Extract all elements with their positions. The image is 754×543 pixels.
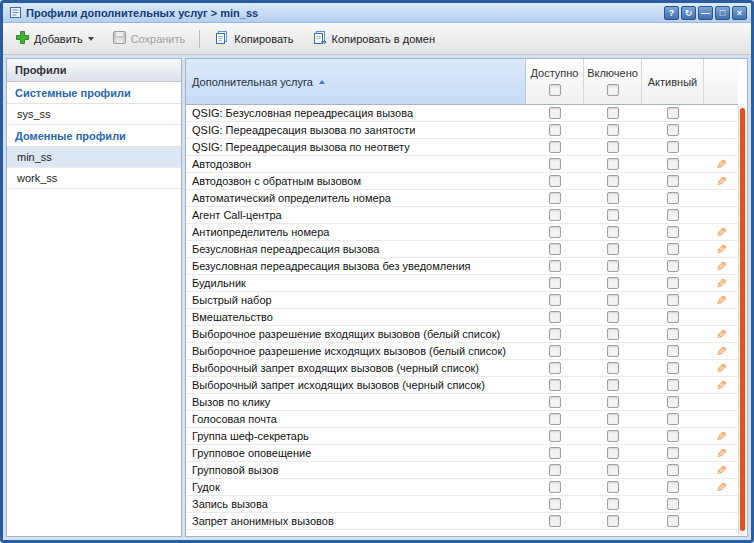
column-header-enabled[interactable]: Включено [584, 59, 642, 104]
enabled-checkbox[interactable] [607, 311, 619, 323]
scrollbar-thumb[interactable] [740, 108, 745, 531]
help-button[interactable]: ? [664, 6, 679, 20]
active-checkbox[interactable] [667, 141, 679, 153]
available-checkbox[interactable] [549, 107, 561, 119]
enabled-checkbox[interactable] [607, 396, 619, 408]
active-checkbox[interactable] [667, 515, 679, 527]
active-checkbox[interactable] [667, 226, 679, 238]
available-checkbox[interactable] [549, 277, 561, 289]
available-checkbox[interactable] [549, 481, 561, 493]
sidebar-item-sys_ss[interactable]: sys_ss [7, 104, 181, 125]
edit-icon[interactable]: ✎ [716, 226, 727, 239]
edit-icon[interactable]: ✎ [716, 243, 727, 256]
enabled-checkbox[interactable] [607, 107, 619, 119]
active-checkbox[interactable] [667, 328, 679, 340]
available-checkbox[interactable] [549, 379, 561, 391]
enabled-checkbox[interactable] [607, 260, 619, 272]
available-checkbox[interactable] [549, 175, 561, 187]
copy-button[interactable]: Копировать [208, 27, 299, 50]
active-checkbox[interactable] [667, 498, 679, 510]
available-checkbox[interactable] [549, 209, 561, 221]
available-checkbox[interactable] [549, 260, 561, 272]
edit-icon[interactable]: ✎ [716, 481, 727, 494]
column-header-active[interactable]: Активный [642, 59, 704, 104]
available-checkbox[interactable] [549, 430, 561, 442]
active-checkbox[interactable] [667, 107, 679, 119]
enabled-checkbox[interactable] [607, 345, 619, 357]
active-checkbox[interactable] [667, 294, 679, 306]
available-checkbox[interactable] [549, 124, 561, 136]
active-checkbox[interactable] [667, 124, 679, 136]
edit-icon[interactable]: ✎ [716, 175, 727, 188]
available-checkbox[interactable] [549, 498, 561, 510]
active-checkbox[interactable] [667, 243, 679, 255]
edit-icon[interactable]: ✎ [716, 464, 727, 477]
available-checkbox[interactable] [549, 192, 561, 204]
available-checkbox[interactable] [549, 141, 561, 153]
enabled-checkbox[interactable] [607, 328, 619, 340]
active-checkbox[interactable] [667, 277, 679, 289]
active-checkbox[interactable] [667, 311, 679, 323]
active-checkbox[interactable] [667, 345, 679, 357]
enabled-checkbox[interactable] [607, 481, 619, 493]
close-button[interactable]: × [732, 6, 747, 20]
available-checkbox[interactable] [549, 413, 561, 425]
enabled-checkbox[interactable] [607, 192, 619, 204]
available-header-checkbox[interactable] [549, 84, 561, 96]
refresh-button[interactable]: ↻ [681, 6, 696, 20]
available-checkbox[interactable] [549, 396, 561, 408]
enabled-checkbox[interactable] [607, 498, 619, 510]
enabled-checkbox[interactable] [607, 515, 619, 527]
edit-icon[interactable]: ✎ [716, 447, 727, 460]
enabled-checkbox[interactable] [607, 158, 619, 170]
active-checkbox[interactable] [667, 158, 679, 170]
edit-icon[interactable]: ✎ [716, 294, 727, 307]
available-checkbox[interactable] [549, 515, 561, 527]
active-checkbox[interactable] [667, 396, 679, 408]
active-checkbox[interactable] [667, 260, 679, 272]
active-checkbox[interactable] [667, 362, 679, 374]
active-checkbox[interactable] [667, 413, 679, 425]
edit-icon[interactable]: ✎ [716, 158, 727, 171]
maximize-button[interactable]: □ [715, 6, 730, 20]
enabled-checkbox[interactable] [607, 243, 619, 255]
edit-icon[interactable]: ✎ [716, 379, 727, 392]
edit-icon[interactable]: ✎ [716, 430, 727, 443]
active-checkbox[interactable] [667, 464, 679, 476]
enabled-checkbox[interactable] [607, 362, 619, 374]
add-button[interactable]: Добавить [9, 27, 100, 50]
enabled-header-checkbox[interactable] [607, 84, 619, 96]
enabled-checkbox[interactable] [607, 141, 619, 153]
available-checkbox[interactable] [549, 294, 561, 306]
vertical-scrollbar[interactable] [738, 106, 746, 535]
enabled-checkbox[interactable] [607, 124, 619, 136]
edit-icon[interactable]: ✎ [716, 277, 727, 290]
active-checkbox[interactable] [667, 447, 679, 459]
edit-icon[interactable]: ✎ [716, 362, 727, 375]
enabled-checkbox[interactable] [607, 294, 619, 306]
available-checkbox[interactable] [549, 158, 561, 170]
enabled-checkbox[interactable] [607, 226, 619, 238]
active-checkbox[interactable] [667, 175, 679, 187]
column-header-service[interactable]: Дополнительная услуга [186, 59, 526, 104]
active-checkbox[interactable] [667, 481, 679, 493]
active-checkbox[interactable] [667, 192, 679, 204]
enabled-checkbox[interactable] [607, 447, 619, 459]
available-checkbox[interactable] [549, 328, 561, 340]
available-checkbox[interactable] [549, 243, 561, 255]
edit-icon[interactable]: ✎ [716, 260, 727, 273]
enabled-checkbox[interactable] [607, 277, 619, 289]
edit-icon[interactable]: ✎ [716, 345, 727, 358]
edit-icon[interactable]: ✎ [716, 328, 727, 341]
sidebar-item-min_ss[interactable]: min_ss [7, 147, 181, 168]
enabled-checkbox[interactable] [607, 209, 619, 221]
sidebar-item-work_ss[interactable]: work_ss [7, 168, 181, 189]
available-checkbox[interactable] [549, 447, 561, 459]
minimize-button[interactable]: — [698, 6, 713, 20]
available-checkbox[interactable] [549, 345, 561, 357]
enabled-checkbox[interactable] [607, 430, 619, 442]
active-checkbox[interactable] [667, 209, 679, 221]
active-checkbox[interactable] [667, 430, 679, 442]
available-checkbox[interactable] [549, 362, 561, 374]
enabled-checkbox[interactable] [607, 464, 619, 476]
